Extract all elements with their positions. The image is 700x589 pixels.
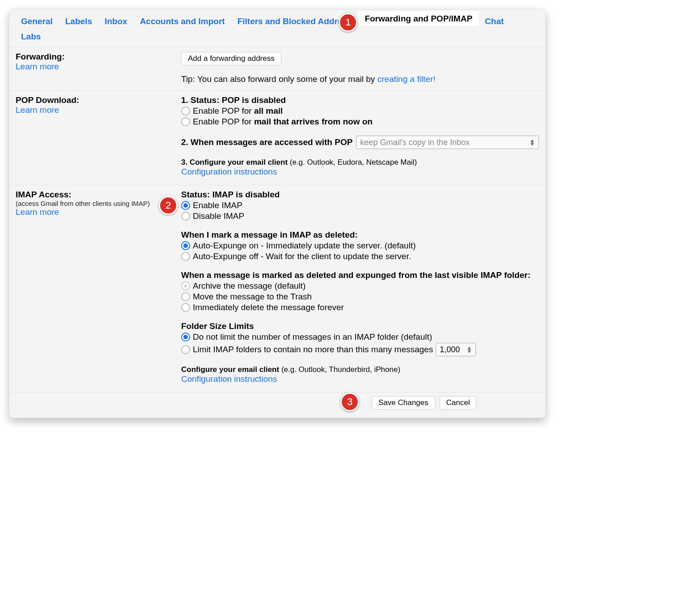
imap-archive-radio[interactable] [181,282,190,290]
imap-disable-label: Disable IMAP [193,211,244,221]
imap-trash-radio[interactable] [181,292,190,301]
imap-limit-radio[interactable] [181,345,190,354]
imap-delete-label: Immediately delete the message forever [193,303,344,312]
imap-configure-examples: (e.g. Outlook, Thunderbird, iPhone) [281,365,400,374]
imap-trash-label: Move the message to the Trash [193,292,312,302]
pop-config-link[interactable]: Configuration instructions [181,167,539,177]
tab-chat[interactable]: Chat [479,14,510,29]
imap-config-link[interactable]: Configuration instructions [181,374,539,384]
tab-general[interactable]: General [15,14,59,29]
select-arrows-icon: ▲▼ [467,346,472,353]
imap-folder-heading: Folder Size Limits [181,321,539,331]
pop-enable-new-radio[interactable] [181,117,190,126]
section-forwarding: Forwarding: Learn more Add a forwarding … [9,47,545,91]
forwarding-learn-more[interactable]: Learn more [16,62,177,72]
callout-2: 2 [159,196,178,215]
imap-expunge-on-radio[interactable] [181,241,190,250]
callout-1: 1 [339,13,357,32]
imap-expunge-off-label: Auto-Expunge off - Wait for the client t… [193,252,411,261]
imap-archive-label: Archive the message (default) [193,281,305,291]
pop-configure-examples: (e.g. Outlook, Eudora, Netscape Mail) [290,158,417,166]
section-pop: POP Download: Learn more 1. Status: POP … [9,91,545,185]
imap-enable-label: Enable IMAP [193,201,242,210]
pop-status-value: POP is disabled [222,95,286,105]
pop-learn-more[interactable]: Learn more [16,105,177,115]
pop-action-select[interactable]: keep Gmail's copy in the Inbox ▲▼ [356,136,539,149]
tab-accounts[interactable]: Accounts and Import [134,14,231,29]
imap-limit-select[interactable]: 1,000 ▲▼ [436,343,476,356]
imap-deleted-heading: When I mark a message in IMAP as deleted… [181,230,539,240]
imap-limit-label: Limit IMAP folders to contain no more th… [193,345,433,354]
imap-status-value: IMAP is disabled [212,190,280,199]
imap-disable-radio[interactable] [181,212,190,221]
imap-expunge-on-label: Auto-Expunge on - Immediately update the… [193,241,416,251]
imap-learn-more[interactable]: Learn more [16,207,177,217]
pop-enable-all-radio[interactable] [181,107,190,115]
tab-filters[interactable]: Filters and Blocked Addre [231,14,349,29]
imap-delete-radio[interactable] [181,303,190,312]
imap-nolimit-radio[interactable] [181,333,190,341]
callout-3: 3 [340,393,359,411]
cancel-button[interactable]: Cancel [440,396,477,410]
add-forwarding-button[interactable]: Add a forwarding address [181,52,281,65]
tab-forwarding[interactable]: Forwarding and POP/IMAP [358,11,479,26]
tab-inbox[interactable]: Inbox [98,14,134,29]
forwarding-tip-text: Tip: You can also forward only some of y… [181,74,378,84]
save-button[interactable]: Save Changes [372,396,435,410]
imap-title: IMAP Access: [16,190,177,200]
pop-status-label: 1. Status: [181,95,222,105]
imap-subtitle: (access Gmail from other clients using I… [16,200,177,207]
settings-tabs: General Labels Inbox Accounts and Import… [9,9,545,47]
select-arrows-icon: ▲▼ [530,139,535,146]
imap-expunged-heading: When a message is marked as deleted and … [181,270,539,280]
tab-labels[interactable]: Labels [59,14,98,29]
imap-configure-heading: Configure your email client [181,365,281,374]
imap-enable-radio[interactable] [181,201,190,210]
imap-nolimit-label: Do not limit the number of messages in a… [193,332,432,342]
create-filter-link[interactable]: creating a filter! [378,74,436,84]
section-imap: IMAP Access: (access Gmail from other cl… [9,185,545,393]
pop-access-heading: 2. When messages are accessed with POP [181,137,352,147]
pop-configure-heading: 3. Configure your email client [181,158,290,166]
footer-row: 3 Save Changes Cancel [9,393,545,413]
imap-expunge-off-radio[interactable] [181,252,190,261]
imap-status-label: Status: [181,190,212,199]
pop-title: POP Download: [16,95,177,105]
forwarding-title: Forwarding: [16,52,177,62]
tab-labs[interactable]: Labs [15,29,47,44]
